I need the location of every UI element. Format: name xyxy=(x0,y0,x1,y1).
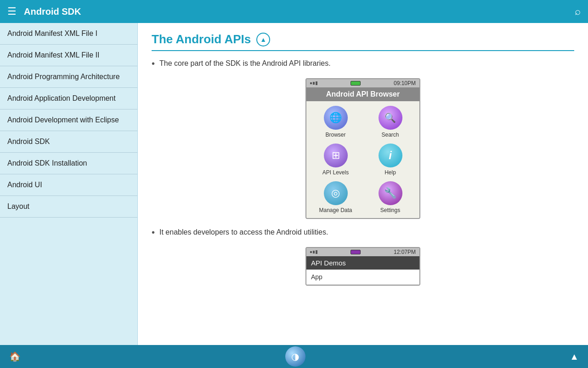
phone-time-1: 09:10PM xyxy=(394,80,416,86)
phone-list: API Demos App xyxy=(306,256,419,285)
signal-bar-2 xyxy=(313,82,315,85)
title-text: The Android APIs xyxy=(152,32,251,46)
content-area: The Android APIs ▲ • The core part of th… xyxy=(138,23,588,345)
sidebar-item-eclipse[interactable]: Android Development with Eclipse xyxy=(0,109,137,131)
sidebar-item-manifest1[interactable]: Android Manifest XML File I xyxy=(0,23,137,45)
search-app-icon: 🔍 xyxy=(379,106,402,130)
signal-bar-2-2 xyxy=(313,251,315,253)
bullet-item-1: • The core part of the SDK is the Androi… xyxy=(152,59,574,69)
signal-bar-2-1 xyxy=(310,251,312,253)
app-title: Android SDK xyxy=(24,6,575,17)
sidebar-item-sdkinstall[interactable]: Android SDK Installation xyxy=(0,153,137,174)
phone-app-browser[interactable]: 🌐 Browser xyxy=(311,106,360,138)
managedata-label: Manage Data xyxy=(319,207,352,213)
phone-time-2: 12:07PM xyxy=(394,249,416,255)
bullet-text-2: It enables developers to access the Andr… xyxy=(159,228,328,236)
phone-status-bar-1: 09:10PM xyxy=(306,79,419,87)
sidebar-item-ui[interactable]: Android UI xyxy=(0,174,137,196)
signal-bar-2-3 xyxy=(316,250,317,254)
bullet-dot-2: • xyxy=(152,227,155,238)
scroll-top-button[interactable]: ▲ xyxy=(570,351,579,362)
sidebar-item-layout[interactable]: Layout xyxy=(0,196,137,218)
battery-icon-2 xyxy=(351,250,361,254)
battery-icon xyxy=(351,81,361,86)
nav-center: ◑ xyxy=(21,346,570,367)
content-title: The Android APIs ▲ xyxy=(152,32,574,51)
phone-title-1: Android API Browser xyxy=(306,87,419,101)
app-header: ☰ Android SDK ⌕ xyxy=(0,0,588,23)
phone-status-bar-2: 12:07PM xyxy=(306,248,419,256)
apilevels-icon: ⊞ xyxy=(324,144,348,167)
settings-icon: 🔧 xyxy=(379,181,402,205)
signal-bars-2 xyxy=(310,250,317,254)
phone-app-apilevels[interactable]: ⊞ API Levels xyxy=(311,144,360,176)
apilevels-label: API Levels xyxy=(322,169,349,176)
phone-app-help[interactable]: i Help xyxy=(366,144,415,176)
managedata-icon: ◎ xyxy=(324,181,348,205)
phone-body-1: 🌐 Browser 🔍 Search ⊞ API Levels i Help xyxy=(306,101,419,218)
phone-app-settings[interactable]: 🔧 Settings xyxy=(366,181,415,213)
sidebar-item-manifest2[interactable]: Android Manifest XML File II xyxy=(0,45,137,66)
signal-bar-3 xyxy=(316,81,317,85)
phone-mockup-1: 09:10PM Android API Browser 🌐 Browser 🔍 … xyxy=(305,78,420,219)
scroll-up-icon[interactable]: ▲ xyxy=(256,33,270,46)
sidebar-item-sdk[interactable]: Android SDK xyxy=(0,131,137,153)
bullet-text-1: The core part of the SDK is the Android … xyxy=(159,59,331,68)
api-demos-app[interactable]: App xyxy=(306,270,419,285)
bullet-dot-1: • xyxy=(152,58,155,69)
browser-label: Browser xyxy=(325,132,345,138)
bullet-item-2: • It enables developers to access the An… xyxy=(152,228,574,238)
bottom-navigation: 🏠 ◑ ▲ xyxy=(0,345,588,368)
signal-bars xyxy=(310,81,317,85)
help-icon: i xyxy=(379,144,402,167)
signal-bar-1 xyxy=(310,82,312,84)
phone-app-grid: 🌐 Browser 🔍 Search ⊞ API Levels i Help xyxy=(311,106,415,213)
menu-icon[interactable]: ☰ xyxy=(7,6,17,17)
phone-app-managedata[interactable]: ◎ Manage Data xyxy=(311,181,360,213)
search-icon[interactable]: ⌕ xyxy=(575,6,581,17)
settings-label: Settings xyxy=(380,207,400,213)
sidebar: Android Manifest XML File I Android Mani… xyxy=(0,23,138,345)
phone-mockup-2: 12:07PM API Demos App xyxy=(305,247,420,286)
sidebar-item-architecture[interactable]: Android Programming Architecture xyxy=(0,66,137,88)
phone-app-search[interactable]: 🔍 Search xyxy=(366,106,415,138)
main-layout: Android Manifest XML File I Android Mani… xyxy=(0,23,588,345)
logo-icon: ◑ xyxy=(291,351,299,362)
home-button[interactable]: 🏠 xyxy=(9,351,21,362)
browser-icon: 🌐 xyxy=(324,106,348,130)
search-label: Search xyxy=(381,132,399,138)
app-logo: ◑ xyxy=(285,346,305,367)
api-demos-title: API Demos xyxy=(306,256,419,270)
help-label: Help xyxy=(384,169,396,176)
sidebar-item-appdevelopment[interactable]: Android Application Development xyxy=(0,88,137,109)
